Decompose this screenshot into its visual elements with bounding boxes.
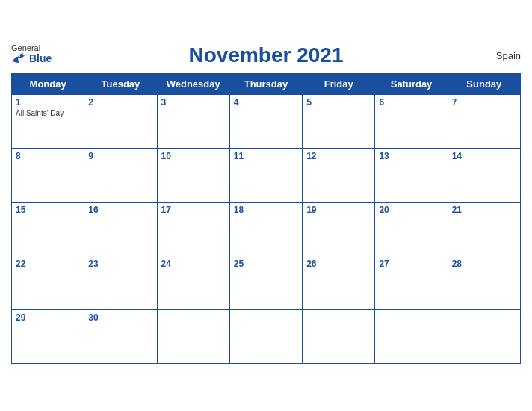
day-number-2: 2 xyxy=(88,97,152,108)
day-number-4: 4 xyxy=(234,97,298,108)
week-row-1: 1All Saints' Day234567 xyxy=(12,95,521,149)
country-label: Spain xyxy=(496,50,521,61)
day-cell-empty xyxy=(448,310,520,364)
week-row-4: 22232425262728 xyxy=(12,256,521,310)
week-row-5: 2930 xyxy=(12,310,521,364)
week-row-2: 891011121314 xyxy=(12,149,521,203)
day-number-10: 10 xyxy=(161,151,226,161)
day-cell-16: 16 xyxy=(84,203,157,256)
logo-blue-area: Blue xyxy=(11,52,52,64)
day-cell-22: 22 xyxy=(12,256,84,310)
day-number-20: 20 xyxy=(379,205,443,215)
day-cell-25: 25 xyxy=(229,256,302,310)
day-cell-15: 15 xyxy=(12,203,84,256)
header-monday: Monday xyxy=(12,74,84,95)
day-cell-17: 17 xyxy=(157,203,229,256)
day-number-30: 30 xyxy=(88,312,152,323)
day-cell-24: 24 xyxy=(157,256,229,310)
day-cell-26: 26 xyxy=(303,256,375,310)
day-number-5: 5 xyxy=(306,97,371,108)
calendar-container: General Blue November 2021 Spain Monday … xyxy=(0,36,532,375)
logo-blue-text: Blue xyxy=(29,52,52,64)
calendar-table: Monday Tuesday Wednesday Thursday Friday… xyxy=(11,73,521,364)
day-cell-10: 10 xyxy=(157,149,229,203)
day-cell-2: 2 xyxy=(84,95,157,149)
day-cell-6: 6 xyxy=(375,95,448,149)
day-number-29: 29 xyxy=(16,312,80,323)
day-cell-empty xyxy=(157,310,229,364)
header-thursday: Thursday xyxy=(229,74,302,95)
day-cell-9: 9 xyxy=(84,149,157,203)
day-number-9: 9 xyxy=(88,151,152,161)
day-number-19: 19 xyxy=(306,205,371,215)
day-number-22: 22 xyxy=(16,259,80,269)
header-tuesday: Tuesday xyxy=(84,74,157,95)
header-friday: Friday xyxy=(303,74,375,95)
week-row-3: 15161718192021 xyxy=(12,203,521,256)
day-cell-23: 23 xyxy=(84,256,157,310)
header-wednesday: Wednesday xyxy=(157,74,229,95)
day-number-6: 6 xyxy=(379,97,443,108)
day-cell-21: 21 xyxy=(448,203,520,256)
logo-area: General Blue xyxy=(11,43,52,64)
logo-general-text: General xyxy=(11,43,40,52)
day-cell-7: 7 xyxy=(448,95,520,149)
day-cell-20: 20 xyxy=(375,203,448,256)
calendar-header: General Blue November 2021 Spain xyxy=(11,43,521,67)
day-number-1: 1 xyxy=(16,97,80,108)
day-number-17: 17 xyxy=(161,205,226,215)
day-number-21: 21 xyxy=(452,205,516,215)
day-cell-19: 19 xyxy=(303,203,375,256)
calendar-body: 1All Saints' Day234567891011121314151617… xyxy=(12,95,521,364)
day-cell-13: 13 xyxy=(375,149,448,203)
day-number-25: 25 xyxy=(234,259,298,269)
day-number-14: 14 xyxy=(452,151,516,161)
day-number-15: 15 xyxy=(16,205,80,215)
day-number-18: 18 xyxy=(234,205,298,215)
day-cell-28: 28 xyxy=(448,256,520,310)
day-cell-18: 18 xyxy=(229,203,302,256)
calendar-title: November 2021 xyxy=(188,43,343,67)
day-cell-1: 1All Saints' Day xyxy=(12,95,84,149)
day-number-11: 11 xyxy=(234,151,298,161)
day-cell-30: 30 xyxy=(84,310,157,364)
day-cell-12: 12 xyxy=(303,149,375,203)
day-cell-5: 5 xyxy=(303,95,375,149)
day-number-28: 28 xyxy=(452,259,516,269)
day-cell-empty xyxy=(375,310,448,364)
day-cell-27: 27 xyxy=(375,256,448,310)
day-number-7: 7 xyxy=(452,97,516,108)
header-sunday: Sunday xyxy=(448,74,520,95)
day-cell-14: 14 xyxy=(448,149,520,203)
day-number-8: 8 xyxy=(16,151,80,161)
day-cell-29: 29 xyxy=(12,310,84,364)
day-number-27: 27 xyxy=(379,259,443,269)
header-saturday: Saturday xyxy=(375,74,448,95)
day-number-12: 12 xyxy=(306,151,371,161)
logo-bird-icon xyxy=(11,52,28,64)
day-number-24: 24 xyxy=(161,259,226,269)
day-cell-8: 8 xyxy=(12,149,84,203)
day-cell-3: 3 xyxy=(157,95,229,149)
day-number-3: 3 xyxy=(161,97,226,108)
day-number-23: 23 xyxy=(88,259,152,269)
day-cell-4: 4 xyxy=(229,95,302,149)
day-cell-empty xyxy=(303,310,375,364)
day-number-26: 26 xyxy=(306,259,371,269)
weekday-header-row: Monday Tuesday Wednesday Thursday Friday… xyxy=(12,74,521,95)
day-number-13: 13 xyxy=(379,151,443,161)
day-cell-11: 11 xyxy=(229,149,302,203)
holiday-label-1: All Saints' Day xyxy=(16,109,80,117)
day-number-16: 16 xyxy=(88,205,152,215)
day-cell-empty xyxy=(229,310,302,364)
